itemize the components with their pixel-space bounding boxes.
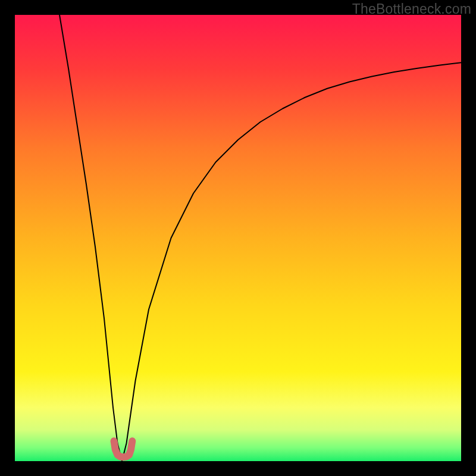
outer-frame: TheBottleneck.com — [0, 0, 476, 476]
gradient-background — [15, 15, 461, 461]
chart-svg — [15, 15, 461, 461]
plot-area — [15, 15, 461, 461]
